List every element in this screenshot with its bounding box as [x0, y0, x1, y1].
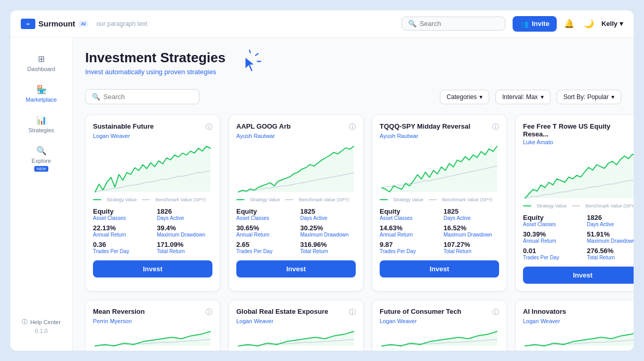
strategy-chart [236, 143, 356, 195]
categories-filter-button[interactable]: Categories ▾ [440, 90, 489, 104]
annual-return-value: 22.13% [93, 224, 149, 232]
asset-class-stat: Equity Asset Classes [523, 214, 579, 227]
max-drawdown-value: 39.4% [157, 224, 212, 232]
info-icon[interactable]: ⓘ [206, 122, 212, 132]
strategy-author[interactable]: Luke Amato [523, 139, 634, 145]
theme-toggle-button[interactable]: 🌙 [582, 17, 596, 31]
strategy-author[interactable]: Logan Weaver [93, 133, 212, 139]
page-header: Investment Strategies Invest automatical… [85, 50, 621, 79]
strategies-grid: Sustainable Future ⓘ Logan Weaver Strate… [85, 115, 621, 291]
trades-per-day-label: Trades Per Day [93, 248, 149, 254]
content-search-input[interactable] [103, 93, 193, 101]
help-center-item[interactable]: ⓘ Help Center [22, 318, 61, 326]
total-return-stat: 171.09% Total Return [157, 241, 212, 254]
logo-icon: ∞ [21, 19, 35, 29]
card-header: Mean Reversion ⓘ [93, 308, 212, 317]
benchmark-legend-label: Benchmark Value (SPY) [442, 197, 492, 202]
card-header: Global Real Estate Exposure ⓘ [236, 308, 356, 317]
strategy-name: Future of Consumer Tech [380, 308, 461, 315]
info-icon[interactable]: ⓘ [349, 122, 356, 132]
interval-filter-button[interactable]: Interval: Max ▾ [495, 90, 551, 104]
trades-per-day-label: Trades Per Day [523, 255, 579, 260]
annual-return-stat: 30.65% Annual Return [236, 224, 292, 238]
sidebar-item-explore[interactable]: 🔍 Explore NEW [15, 141, 68, 177]
chart-legend: Strategy Value Benchmark Value (SPY) [93, 197, 212, 202]
asset-class-label: Asset Classes [523, 221, 579, 227]
nav-search-bar[interactable]: 🔍 [401, 17, 505, 31]
strategy-card: Sustainable Future ⓘ Logan Weaver Strate… [85, 115, 220, 291]
annual-return-label: Annual Return [236, 232, 292, 238]
info-icon[interactable]: ⓘ [492, 308, 499, 317]
max-drawdown-label: Maximum Drawdown [444, 232, 499, 238]
invite-icon: 👥 [520, 20, 529, 28]
svg-marker-3 [95, 146, 210, 192]
strategy-card: AAPL GOOG Arb ⓘ Ayush Rautwar Strategy V… [229, 115, 364, 291]
info-icon[interactable]: ⓘ [206, 308, 212, 317]
invest-button[interactable]: Invest [236, 260, 356, 277]
trades-per-day-label: Trades Per Day [380, 248, 435, 254]
card-header: TQQQ-SPY Midday Reversal ⓘ [380, 122, 499, 132]
asset-class-label: Asset Classes [236, 215, 292, 221]
asset-class-value: Equity [236, 207, 292, 215]
strategy-card: Fee Free T Rowe US Equity Resea... ⓘ Luk… [515, 115, 634, 291]
benchmark-legend-label: Benchmark Value (SPY) [155, 197, 206, 202]
invite-label: Invite [532, 20, 549, 27]
toolbar: 🔍 Categories ▾ Interval: Max ▾ Sort By: … [85, 89, 621, 104]
content-search-bar[interactable]: 🔍 [85, 89, 199, 104]
invest-button[interactable]: Invest [380, 260, 499, 277]
strategy-name: Mean Reversion [93, 308, 145, 315]
card-header: AAPL GOOG Arb ⓘ [236, 122, 356, 132]
svg-marker-8 [238, 331, 354, 346]
notification-button[interactable]: 🔔 [562, 17, 576, 31]
asset-class-stat: Equity Asset Classes [93, 207, 149, 221]
strategy-author[interactable]: Logan Weaver [236, 318, 356, 324]
strategy-legend-dot [236, 199, 245, 200]
strategy-author[interactable]: Logan Weaver [380, 318, 499, 324]
benchmark-legend-dot [428, 199, 437, 200]
trades-per-day-label: Trades Per Day [236, 248, 292, 254]
sidebar: ⊞ Dashboard 🏪 Marketplace 📊 Strategies 🔍… [10, 37, 73, 351]
user-menu-button[interactable]: Kelly ▾ [601, 20, 623, 27]
info-icon[interactable]: ⓘ [492, 122, 499, 132]
sort-label: Sort By: Popular [564, 93, 609, 101]
info-icon[interactable]: ⓘ [349, 308, 356, 317]
annual-return-label: Annual Return [93, 232, 149, 238]
strategy-name: AI Innovators [523, 308, 566, 315]
sidebar-item-label: Strategies [29, 127, 55, 133]
invest-button[interactable]: Invest [523, 267, 634, 284]
strategy-author[interactable]: Perrin Myerson [93, 318, 212, 324]
invest-button[interactable]: Invest [93, 260, 212, 277]
strategy-author[interactable]: Ayush Rautwar [380, 133, 499, 139]
total-return-label: Total Return [157, 248, 212, 254]
chevron-down-icon: ▾ [611, 93, 614, 101]
sort-filter-button[interactable]: Sort By: Popular ▾ [557, 90, 621, 104]
nav-search-input[interactable] [420, 20, 499, 27]
help-icon: ⓘ [22, 318, 28, 326]
total-return-value: 171.09% [157, 241, 212, 248]
categories-label: Categories [447, 93, 477, 101]
strategy-author[interactable]: Logan Weaver [523, 318, 634, 324]
logo-badge: AI [78, 21, 88, 27]
trades-per-day-stat: 0.36 Trades Per Day [93, 241, 149, 254]
strategy-legend-label: Strategy Value [250, 197, 280, 202]
days-active-value: 1826 [587, 214, 634, 221]
sidebar-item-marketplace[interactable]: 🏪 Marketplace [15, 79, 68, 108]
sidebar-item-dashboard[interactable]: ⊞ Dashboard [15, 49, 68, 77]
strategy-author[interactable]: Ayush Rautwar [236, 133, 356, 139]
strategy-name: Sustainable Future [93, 122, 154, 130]
svg-line-0 [250, 50, 251, 53]
partial-chart [523, 328, 634, 351]
asset-class-label: Asset Classes [380, 215, 435, 221]
sidebar-item-strategies[interactable]: 📊 Strategies [15, 110, 68, 138]
invite-button[interactable]: 👥 Invite [513, 16, 557, 32]
interval-label: Interval: Max [502, 93, 538, 101]
days-active-stat: 1826 Days Active [157, 207, 212, 221]
max-drawdown-stat: 51.91% Maximum Drawdown [587, 230, 634, 244]
nav-paragraph-text: our paragraph text [97, 20, 147, 27]
strategies-icon: 📊 [36, 115, 47, 125]
card-header: Future of Consumer Tech ⓘ [380, 308, 499, 317]
max-drawdown-stat: 16.52% Maximum Drawdown [444, 224, 499, 238]
max-drawdown-stat: 30.25% Maximum Drawdown [300, 224, 356, 238]
strategy-chart [93, 143, 212, 195]
annual-return-stat: 14.63% Annual Return [380, 224, 435, 238]
